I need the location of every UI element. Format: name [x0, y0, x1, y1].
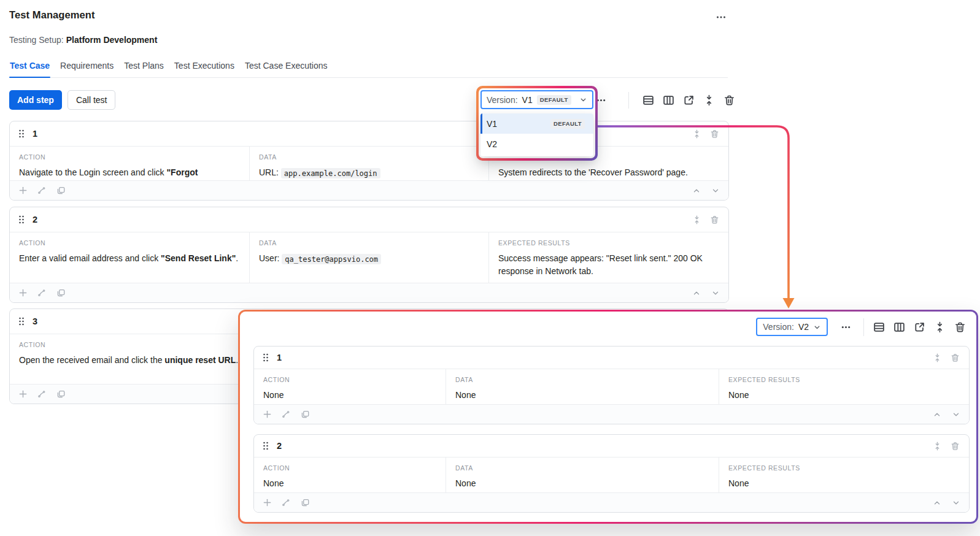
call-test-step-button[interactable] [36, 288, 47, 299]
delete-step-button[interactable] [709, 214, 720, 225]
collapse-step-button[interactable] [932, 440, 943, 451]
tab-test-executions[interactable]: Test Executions [174, 61, 235, 77]
collapse-step-button[interactable] [691, 128, 702, 139]
duplicate-step-button[interactable] [55, 288, 66, 299]
drag-handle-icon[interactable] [18, 215, 25, 224]
duplicate-step-button[interactable] [55, 185, 66, 196]
drag-handle-icon[interactable] [263, 442, 269, 450]
call-test-icon [37, 288, 47, 297]
expected-cell[interactable]: EXPECTED RESULTS Success message appears… [488, 232, 728, 283]
rows-view-button[interactable] [642, 92, 655, 109]
action-cell[interactable]: ACTION None [254, 369, 446, 407]
version-select-value: V2 [798, 322, 809, 332]
call-test-step-button[interactable] [36, 389, 47, 400]
copy-icon [301, 498, 310, 507]
v2-step-card-2: 2 ACTION None DATA None [253, 434, 970, 513]
version-dropdown-menu: V1 DEFAULT V2 [480, 113, 593, 156]
move-step-up-button[interactable] [932, 409, 943, 420]
collapse-step-button[interactable] [932, 352, 943, 363]
delete-button[interactable] [954, 319, 966, 335]
step-number: 3 [33, 316, 37, 326]
delete-step-button[interactable] [949, 440, 960, 451]
tab-requirements[interactable]: Requirements [60, 61, 114, 77]
step-footer [10, 283, 728, 302]
collapse-vertical-icon [692, 129, 701, 139]
drag-handle-icon[interactable] [263, 353, 269, 362]
toolbar-divider [863, 318, 864, 336]
action-cell[interactable]: ACTION None [254, 458, 446, 495]
duplicate-step-button[interactable] [55, 389, 66, 400]
add-substep-button[interactable] [17, 288, 28, 299]
plus-icon [18, 389, 28, 399]
step-header: 1 [10, 121, 728, 147]
add-substep-button[interactable] [261, 409, 272, 420]
delete-step-button[interactable] [949, 352, 960, 363]
call-test-icon [37, 389, 47, 399]
call-test-step-button[interactable] [280, 409, 291, 420]
add-step-button[interactable]: Add step [9, 90, 62, 110]
duplicate-step-button[interactable] [299, 497, 311, 508]
tab-test-case-executions[interactable]: Test Case Executions [244, 61, 328, 77]
call-test-step-button[interactable] [36, 185, 47, 196]
move-step-down-button[interactable] [951, 497, 962, 508]
panel-more-button[interactable] [836, 319, 855, 335]
table-columns-icon [893, 321, 905, 333]
columns-view-button[interactable] [662, 92, 675, 109]
chevron-down-icon [952, 410, 960, 419]
action-cell[interactable]: ACTION Enter a valid email address and c… [10, 232, 249, 283]
drag-handle-icon[interactable] [18, 317, 25, 326]
ellipsis-icon [716, 12, 727, 23]
collapse-all-button[interactable] [703, 92, 716, 109]
data-cell[interactable]: DATA None [446, 458, 719, 495]
step-number: 1 [277, 353, 282, 362]
open-in-new-button[interactable] [913, 319, 926, 335]
add-substep-button[interactable] [17, 185, 28, 196]
trash-icon [951, 442, 960, 451]
table-toolbar-icons [642, 92, 736, 109]
move-step-down-button[interactable] [951, 409, 962, 420]
data-cell[interactable]: DATA User: qa_tester@appsvio.com [249, 232, 488, 283]
page-more-button[interactable] [711, 10, 731, 25]
columns-view-button[interactable] [893, 319, 906, 335]
step-header: 2 [254, 435, 969, 458]
tab-test-plans[interactable]: Test Plans [123, 61, 164, 77]
step-card-1: 1 ACTION Navigate to the Login screen an… [9, 121, 729, 201]
step-body: ACTION Enter a valid email address and c… [10, 232, 728, 283]
call-test-step-button[interactable] [280, 497, 291, 508]
tab-test-case[interactable]: Test Case [9, 61, 50, 77]
version-option-v2[interactable]: V2 [480, 134, 593, 154]
version-select[interactable]: Version: V1 DEFAULT [480, 90, 593, 109]
rows-view-button[interactable] [873, 319, 885, 335]
delete-step-button[interactable] [709, 128, 720, 139]
action-cell[interactable]: ACTION Open the received email and click… [10, 334, 249, 384]
trash-icon [710, 215, 719, 224]
drag-handle-icon[interactable] [18, 129, 25, 138]
move-step-down-button[interactable] [710, 185, 721, 196]
version-select-label: Version: [763, 322, 794, 332]
step-body: ACTION None DATA None EXPECTED RESULTS N… [254, 458, 969, 492]
collapse-step-button[interactable] [691, 214, 702, 225]
copy-icon [56, 288, 66, 297]
chevron-down-icon [711, 186, 720, 195]
panel-version-select[interactable]: Version: V2 [756, 318, 828, 336]
delete-button[interactable] [723, 92, 736, 109]
version-option-v1[interactable]: V1 DEFAULT [480, 113, 593, 134]
default-badge: DEFAULT [550, 119, 585, 129]
duplicate-step-button[interactable] [299, 409, 311, 420]
expected-cell[interactable]: EXPECTED RESULTS None [719, 458, 969, 495]
open-in-new-button[interactable] [682, 92, 695, 109]
add-substep-button[interactable] [17, 389, 28, 400]
panel-toolbar-icons [873, 319, 966, 335]
move-step-up-button[interactable] [691, 288, 702, 299]
data-cell[interactable]: DATA None [446, 369, 719, 407]
data-label: DATA [259, 153, 482, 161]
chevron-down-icon [579, 96, 587, 104]
move-step-down-button[interactable] [710, 288, 721, 299]
collapse-all-button[interactable] [933, 319, 946, 335]
call-test-button[interactable]: Call test [68, 90, 116, 110]
expected-cell[interactable]: EXPECTED RESULTS None [719, 369, 969, 407]
move-step-up-button[interactable] [691, 185, 702, 196]
add-substep-button[interactable] [261, 497, 272, 508]
move-step-up-button[interactable] [932, 497, 943, 508]
toolbar-left: Add step Call test [9, 90, 115, 110]
